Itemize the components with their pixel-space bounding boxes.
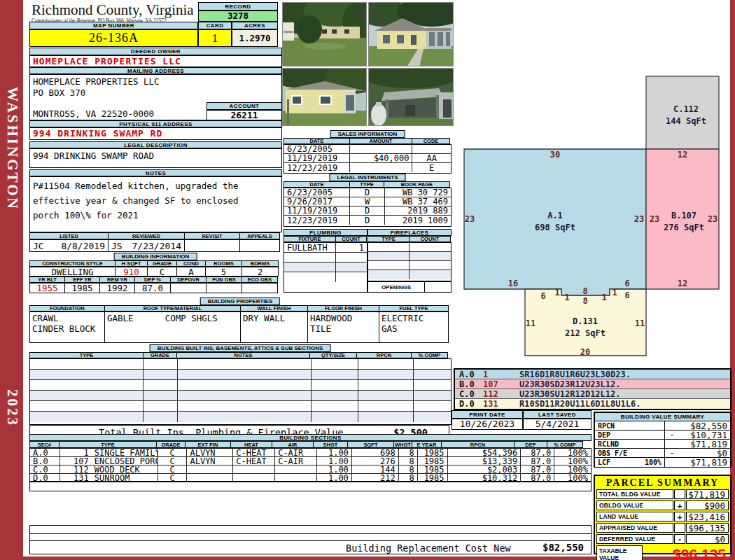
legend-row: D.0131R10SD11R20U11L6D1L8U1L6.: [455, 399, 730, 409]
photo-scene: [369, 3, 454, 66]
column-header: CODE: [412, 138, 450, 144]
value-summary-amount: $10,731: [679, 430, 730, 439]
column-header: YR BLT: [29, 276, 65, 283]
table-cell: [284, 262, 336, 272]
replacement-cost-label: Building Replacement Cost New: [346, 542, 511, 554]
legend-row: A.01SR16D1R8U1R6U23L30D23.: [455, 370, 730, 379]
field-value: A: [176, 267, 206, 276]
taxable-value-amount: $96,135: [643, 545, 729, 560]
table-cell: [336, 272, 367, 282]
field-value: [206, 283, 242, 293]
table-cell: $40,000: [350, 154, 412, 162]
operator: -: [665, 430, 679, 439]
table-cell: 107: [60, 457, 92, 465]
empty-row: [368, 243, 451, 252]
sketch-area-sqft: 212 SqFt: [565, 328, 606, 338]
table-cell: $54,396: [448, 449, 522, 456]
table-row: 11/19/2019D2019 889: [284, 206, 451, 216]
parcel-summary-row: TOTAL BLDG VALUE$71,819: [596, 489, 729, 499]
fireplaces-title: FIREPLACES: [368, 229, 451, 236]
listed-value: JC8/8/2019: [29, 239, 108, 252]
table-cell: [368, 270, 410, 279]
empty-row: [368, 261, 451, 270]
parcel-summary-row: APPRAISED VALUE$96,135: [596, 523, 729, 533]
value-summary-amount: $0: [679, 449, 730, 457]
table-cell: WB 30 729: [385, 188, 451, 197]
sections-header-row: SEC#TYPEGRADEEXT FINHEATAIRSHGTSQFTWHGTE…: [29, 441, 583, 448]
property-photo-1: [282, 2, 367, 66]
parcel-summary-rows: TOTAL BLDG VALUE$71,819OBLDG VALUE+$900L…: [596, 489, 729, 544]
table-cell: 11/19/2019: [284, 154, 350, 162]
column-header: GRADE: [156, 441, 186, 448]
sketch-dimension: 30: [550, 150, 560, 160]
building-properties-header-row: FOUNDATIONROOF TYPE/MATERIALWALL FINISHF…: [29, 305, 449, 312]
column-header: GRADE: [147, 260, 177, 267]
map-number-value: 26-136A: [29, 29, 198, 47]
table-row: 12/23/2019D2019 1009: [284, 216, 451, 225]
tax-year-label: 2023: [2, 384, 21, 433]
wall-finish-value: DRY WALL: [240, 312, 308, 343]
empty-row: [30, 526, 591, 534]
sections-table: A.01SINGLE FAMILYCALVYNC-HEATC-AIR1.0069…: [29, 448, 592, 482]
listed-by: JC: [33, 241, 44, 251]
column-header: % COMP: [411, 352, 448, 358]
column-header: ECO OBS: [241, 276, 278, 283]
table-cell: 100%: [554, 465, 591, 473]
notes-line: effective year & changed SF to enclosed: [33, 193, 281, 208]
sketch-dimension: 23: [708, 214, 718, 224]
sketch-area-id: A.1: [547, 211, 563, 220]
floor-line: HARDWOOD: [310, 313, 352, 323]
deeded-owner-label: DEEDED OWNER: [29, 48, 282, 55]
operator: [665, 458, 679, 467]
building-sketch: 3023232323121216666111188111120A.1698 Sq…: [455, 0, 732, 368]
sketch-area-sqft: 698 SqFt: [535, 223, 575, 232]
table-cell: 87.0: [521, 449, 554, 456]
account-label: ACCOUNT: [206, 102, 282, 110]
table-cell: [358, 370, 414, 379]
parcel-amount: $23,416: [686, 512, 729, 522]
sketch-dimension: 1: [612, 288, 617, 298]
table-row: 6/23/2005: [284, 145, 451, 154]
taxable-label-line: TAXABLE: [599, 547, 627, 554]
operator: [665, 421, 679, 430]
empty-row: [284, 272, 367, 282]
table-cell: [350, 163, 412, 172]
column-header: RPCN: [356, 352, 412, 358]
table-cell: SINGLE FAMILY: [92, 449, 158, 456]
table-cell: [144, 391, 178, 400]
legal-description-label: LEGAL DESCRIPTION: [29, 141, 282, 148]
legend-section: A.0: [455, 370, 483, 379]
column-header: DEP %: [134, 276, 171, 283]
fuel-line: ELECTRIC: [382, 313, 424, 323]
parcel-label: DEFERRED VALUE: [596, 534, 673, 544]
table-cell: FULLBATH: [284, 243, 336, 252]
field-value: 5: [205, 267, 242, 276]
label-text: OBS F/E: [598, 449, 627, 457]
taxable-value-label: TAXABLE VALUE: [596, 545, 643, 560]
mailing-address-label: MAILING ADDRESS: [29, 67, 282, 74]
operator: +: [674, 512, 685, 522]
table-cell: [312, 359, 359, 369]
column-header: APPEALS: [239, 232, 280, 239]
value-summary-amount: $82,550: [679, 421, 730, 430]
table-cell: E: [412, 163, 451, 172]
value-summary-label: RPCN: [595, 421, 665, 430]
table-cell: 6/23/2005: [284, 188, 350, 197]
table-cell: 1.00: [317, 457, 352, 465]
fireplaces-header-row: TYPECOUNT: [368, 236, 451, 242]
table-cell: C: [158, 449, 188, 456]
print-date-value: 10/26/2023: [451, 419, 523, 430]
operator: [674, 489, 685, 499]
table-cell: 2019 889: [385, 206, 451, 215]
table-cell: [414, 370, 451, 379]
fuel-type-value: ELECTRIC GAS: [379, 312, 449, 343]
sketch-dimension: 23: [650, 214, 659, 224]
column-header: COND: [176, 260, 206, 267]
table-cell: C-HEAT: [233, 449, 275, 456]
revisit-value: [184, 239, 240, 252]
column-header: DATE: [284, 138, 350, 144]
label-text: DEP: [598, 431, 610, 439]
field-value: 910: [115, 267, 148, 276]
table-cell: [358, 401, 414, 411]
value-summary-row: RCLND$71,819: [595, 440, 730, 449]
